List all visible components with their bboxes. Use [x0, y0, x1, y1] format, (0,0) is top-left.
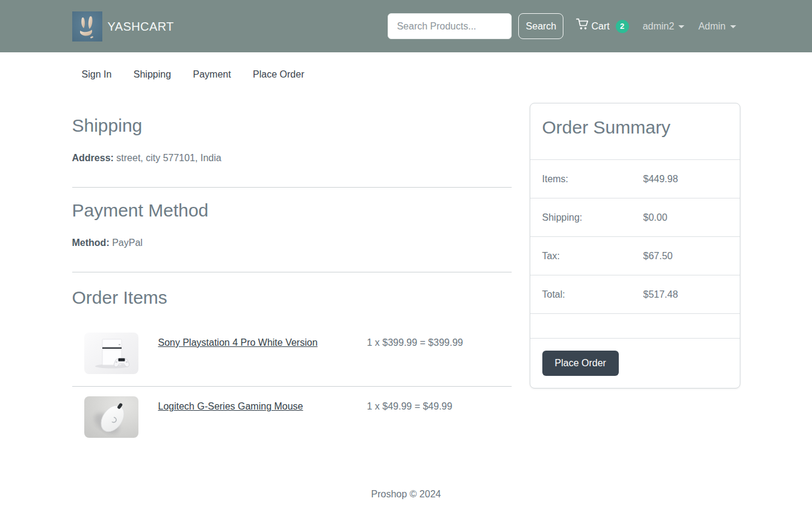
place-order-button[interactable]: Place Order	[542, 351, 619, 376]
copyright-text: Proshop © 2024	[0, 487, 812, 502]
summary-label: Tax:	[542, 250, 643, 262]
cart-count-badge: 2	[616, 20, 629, 33]
order-items-title: Order Items	[72, 287, 512, 309]
navbar-links: Cart 2 admin2 Admin	[572, 13, 740, 39]
navbar: YASHCART Search Cart 2 admin2	[0, 0, 812, 52]
payment-section: Payment Method Method: PayPal	[72, 188, 512, 272]
checkout-step-payment[interactable]: Payment	[184, 63, 241, 87]
checkout-step-shipping[interactable]: Shipping	[124, 63, 181, 87]
summary-row-items: Items: $449.98	[530, 159, 740, 198]
summary-row-tax: Tax: $67.50	[530, 236, 740, 275]
cart-link[interactable]: Cart 2	[572, 13, 633, 39]
admin-dropdown-label: Admin	[698, 19, 725, 34]
user-dropdown[interactable]: admin2	[639, 14, 689, 38]
yashcart-logo-icon	[72, 11, 102, 41]
brand-link[interactable]: YASHCART	[72, 11, 174, 41]
playstation-product-image	[84, 333, 138, 374]
summary-label: Shipping:	[542, 212, 643, 223]
shipping-title: Shipping	[72, 115, 512, 137]
checkout-steps: Sign In Shipping Payment Place Order	[63, 63, 749, 87]
summary-row-shipping: Shipping: $0.00	[530, 198, 740, 236]
address-label: Address:	[72, 153, 114, 163]
main-content: Shipping Address: street, city 577101, I…	[63, 103, 749, 450]
product-link[interactable]: Logitech G-Series Gaming Mouse	[158, 401, 303, 411]
summary-value: $0.00	[643, 212, 668, 223]
order-details-column: Shipping Address: street, city 577101, I…	[63, 103, 521, 450]
summary-message-row	[530, 313, 740, 338]
order-summary-title: Order Summary	[542, 117, 728, 138]
order-summary-card: Order Summary Items: $449.98 Shipping: $…	[530, 103, 740, 388]
summary-row-total: Total: $517.48	[530, 275, 740, 313]
caret-down-icon	[730, 25, 736, 28]
search-form: Search	[388, 13, 563, 39]
order-item-row: Sony Playstation 4 Pro White Version 1 x…	[72, 323, 512, 386]
search-input[interactable]	[388, 13, 512, 39]
caret-down-icon	[678, 25, 684, 28]
address-value: street, city 577101, India	[116, 153, 221, 163]
item-qty-line: 1 x $399.99 = $399.99	[367, 333, 512, 350]
method-label: Method:	[72, 238, 110, 248]
user-dropdown-label: admin2	[643, 19, 674, 34]
summary-label: Total:	[542, 289, 643, 300]
footer: Proshop © 2024	[0, 450, 812, 517]
item-qty-line: 1 x $49.99 = $49.99	[367, 396, 512, 414]
brand-name: YASHCART	[108, 17, 174, 35]
summary-value: $517.48	[643, 289, 678, 300]
checkout-step-sign-in[interactable]: Sign In	[72, 63, 122, 87]
mouse-product-image	[84, 396, 138, 438]
order-items-section: Order Items	[72, 272, 512, 450]
admin-dropdown[interactable]: Admin	[694, 14, 740, 38]
payment-title: Payment Method	[72, 200, 512, 221]
summary-value: $67.50	[643, 250, 673, 262]
method-value: PayPal	[112, 238, 143, 248]
summary-label: Items:	[542, 173, 643, 185]
checkout-step-place-order[interactable]: Place Order	[243, 63, 314, 87]
summary-value: $449.98	[643, 173, 678, 185]
cart-icon	[576, 18, 589, 34]
product-link[interactable]: Sony Playstation 4 Pro White Version	[158, 337, 318, 348]
search-button[interactable]: Search	[518, 13, 563, 39]
shipping-section: Shipping Address: street, city 577101, I…	[72, 103, 512, 188]
cart-label: Cart	[591, 19, 609, 34]
order-item-row: Logitech G-Series Gaming Mouse 1 x $49.9…	[72, 386, 512, 450]
order-summary-column: Order Summary Items: $449.98 Shipping: $…	[521, 103, 749, 450]
